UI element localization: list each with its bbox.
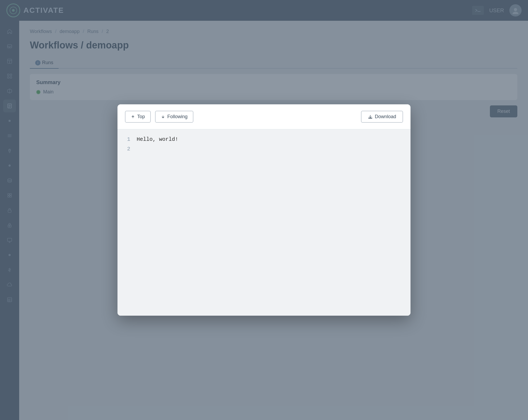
download-icon	[368, 114, 373, 119]
top-arrow-icon	[131, 115, 135, 119]
download-button[interactable]: Download	[361, 111, 403, 123]
download-button-label: Download	[375, 114, 396, 120]
following-button[interactable]: Following	[155, 111, 193, 123]
modal-toolbar: Top Following Download	[117, 104, 411, 129]
following-button-label: Following	[167, 114, 188, 120]
line-content-1: Hello, world!	[137, 135, 178, 144]
code-line-2: 2	[124, 144, 404, 154]
line-number-2: 2	[124, 144, 130, 154]
modal-body: 1 Hello, world! 2	[117, 129, 411, 316]
following-arrow-icon	[161, 115, 165, 119]
line-number-1: 1	[124, 135, 130, 144]
code-area: 1 Hello, world! 2	[124, 135, 404, 154]
log-modal: Top Following Download	[117, 104, 411, 316]
top-button[interactable]: Top	[125, 111, 151, 123]
modal-toolbar-left: Top Following	[125, 111, 193, 123]
code-line-1: 1 Hello, world!	[124, 135, 404, 144]
top-button-label: Top	[137, 114, 145, 120]
modal-overlay: Top Following Download	[0, 0, 528, 420]
